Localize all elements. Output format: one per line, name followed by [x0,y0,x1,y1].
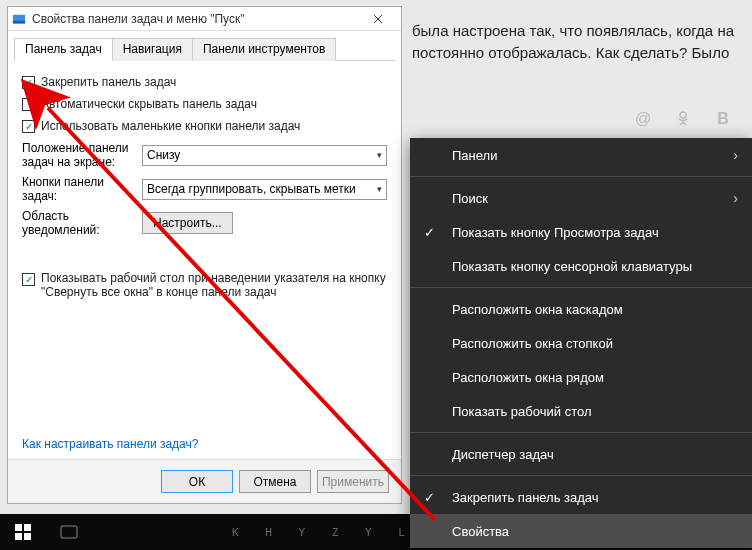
ctx-item-showdesktop[interactable]: Показать рабочий стол [410,394,752,428]
svg-rect-8 [61,526,77,538]
vk-icon[interactable]: B [714,110,732,130]
ok-button[interactable]: ОК [161,470,233,493]
social-icons-row: @ B [634,110,732,130]
row-position: Положение панели задач на экране: Снизу … [22,141,387,169]
ctx-item-sidebyside[interactable]: Расположить окна рядом [410,360,752,394]
apply-button[interactable]: Применить [317,470,389,493]
chevron-down-icon: ▾ [377,150,382,160]
ctx-item-search[interactable]: Поиск › [410,181,752,215]
svg-rect-2 [13,20,25,23]
ctx-item-taskview[interactable]: ✓ Показать кнопку Просмотра задач [410,215,752,249]
checkbox-label: Показывать рабочий стол при наведении ук… [41,271,387,299]
ctx-label: Закрепить панель задач [452,490,599,505]
ctx-label: Расположить окна каскадом [452,302,623,317]
ctx-label: Панели [452,148,497,163]
dialog-button-bar: ОК Отмена Применить [8,459,401,503]
ctx-label: Поиск [452,191,488,206]
separator [410,176,752,177]
mail-icon[interactable]: @ [634,110,652,130]
ctx-item-taskmgr[interactable]: Диспетчер задач [410,437,752,471]
ctx-label: Диспетчер задач [452,447,554,462]
ctx-item-lock[interactable]: ✓ Закрепить панель задач [410,480,752,514]
ok-icon[interactable] [674,110,692,130]
chevron-right-icon: › [733,147,738,163]
chevron-right-icon: › [733,190,738,206]
svg-point-0 [680,112,686,118]
tab-toolbars[interactable]: Панели инструментов [192,38,336,61]
taskbar-context-menu: Панели › Поиск › ✓ Показать кнопку Просм… [410,138,752,548]
ctx-label: Показать кнопку сенсорной клавиатуры [452,259,692,274]
cancel-button[interactable]: Отмена [239,470,311,493]
ctx-item-panels[interactable]: Панели › [410,138,752,172]
start-button[interactable] [0,515,46,549]
chevron-down-icon: ▾ [377,184,382,194]
label-buttons: Кнопки панели задач: [22,175,142,203]
svg-rect-4 [15,524,22,531]
ctx-label: Свойства [452,524,509,539]
taskbar-properties-dialog: Свойства панели задач и меню "Пуск" Пане… [7,6,402,504]
svg-rect-5 [24,524,31,531]
check-icon: ✓ [424,490,435,505]
tab-navigation[interactable]: Навигация [112,38,193,61]
ctx-item-stacked[interactable]: Расположить окна стопкой [410,326,752,360]
checkbox-label: Автоматически скрывать панель задач [41,97,257,111]
customize-button[interactable]: Настроить... [142,212,233,234]
select-position[interactable]: Снизу ▾ [142,145,387,166]
ctx-label: Показать кнопку Просмотра задач [452,225,659,240]
checkbox-icon: ✓ [22,120,35,133]
label-position: Положение панели задач на экране: [22,141,142,169]
row-buttons: Кнопки панели задач: Всегда группировать… [22,175,387,203]
row-lock-taskbar[interactable]: ✓ Закрепить панель задач [22,75,387,89]
checkbox-label: Использовать маленькие кнопки панели зад… [41,119,300,133]
row-notif: Область уведомлений: Настроить... [22,209,387,237]
help-link[interactable]: Как настраивать панели задач? [22,437,198,451]
checkbox-icon [22,98,35,111]
checkbox-label: Закрепить панель задач [41,75,176,89]
row-small-buttons[interactable]: ✓ Использовать маленькие кнопки панели з… [22,119,387,133]
tab-taskbar[interactable]: Панель задач [14,38,113,61]
separator [410,287,752,288]
background-article-text: была настроена так, что появлялась, когд… [412,0,752,64]
ctx-item-touchkb[interactable]: Показать кнопку сенсорной клавиатуры [410,249,752,283]
tab-body: ✓ Закрепить панель задач Автоматически с… [8,61,401,459]
select-value: Всегда группировать, скрывать метки [147,182,356,196]
dialog-title: Свойства панели задач и меню "Пуск" [32,12,359,26]
taskbar-pinned-icon[interactable] [46,515,92,549]
svg-rect-7 [24,533,31,540]
ctx-item-properties[interactable]: Свойства [410,514,752,548]
separator [410,432,752,433]
ctx-label: Расположить окна стопкой [452,336,613,351]
ctx-label: Показать рабочий стол [452,404,591,419]
ctx-item-cascade[interactable]: Расположить окна каскадом [410,292,752,326]
row-autohide-taskbar[interactable]: Автоматически скрывать панель задач [22,97,387,111]
select-value: Снизу [147,148,180,162]
ctx-label: Расположить окна рядом [452,370,604,385]
row-peek-desktop[interactable]: ✓ Показывать рабочий стол при наведении … [22,271,387,299]
tab-strip: Панель задач Навигация Панели инструмент… [14,37,395,61]
label-notification-area: Область уведомлений: [22,209,142,237]
separator [410,475,752,476]
titlebar: Свойства панели задач и меню "Пуск" [8,7,401,31]
check-icon: ✓ [424,225,435,240]
dialog-icon [12,12,26,26]
close-button[interactable] [359,8,397,30]
select-buttons[interactable]: Всегда группировать, скрывать метки ▾ [142,179,387,200]
checkbox-icon: ✓ [22,76,35,89]
checkbox-icon: ✓ [22,273,35,286]
svg-rect-6 [15,533,22,540]
